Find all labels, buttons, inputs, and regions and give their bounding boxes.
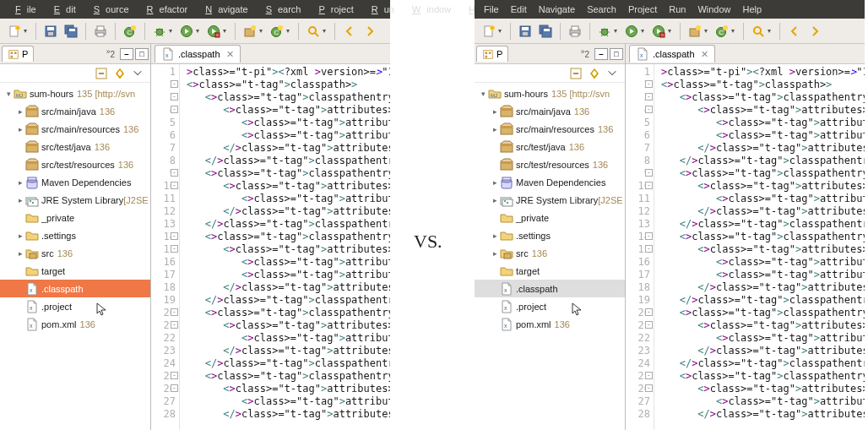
fold-toggle[interactable]: - [171,80,178,88]
tree-project[interactable]: ▾MJsum-hours 135 [http://svn [475,84,625,102]
maximize-view-button[interactable]: □ [135,48,149,60]
project-tree[interactable]: ▾MJsum-hours 135 [http://svn▸src/main/ja… [475,83,625,430]
search-button[interactable] [749,22,768,41]
fold-toggle[interactable]: - [645,182,653,189]
menu-window[interactable]: Window [400,2,457,17]
fold-toggle[interactable]: - [171,321,178,329]
fold-toggle[interactable]: - [171,372,178,379]
saveall-button[interactable] [62,22,80,41]
fold-toggle[interactable]: - [171,106,178,113]
dropdown-arrow-icon[interactable]: ▾ [731,27,738,35]
tree-item[interactable]: ▸Maven Dependencies [475,173,625,191]
new-button[interactable] [480,22,498,41]
tab-package-explorer[interactable]: P [476,46,508,62]
tree-item[interactable]: ▸x.project [0,297,150,315]
dropdown-arrow-icon[interactable]: ▾ [614,27,621,35]
save-button[interactable] [41,22,60,41]
tree-item[interactable]: ▸src/test/resources 136 [0,155,150,173]
collapse-all-button[interactable] [95,67,108,80]
debug-button[interactable] [150,22,169,41]
tree-item[interactable]: ▸target [475,262,625,280]
fold-toggle[interactable]: - [645,321,653,329]
source-code[interactable]: >class>="t-pi"><?xml >version>=>"1.0"> >… [654,64,865,430]
tabs-overflow[interactable]: »2 [103,47,118,59]
fold-toggle[interactable]: - [171,245,178,253]
new-package-button[interactable] [686,22,704,41]
menu-run[interactable]: Run [360,2,400,17]
tree-item[interactable]: ▸src 136 [0,244,150,262]
fold-toggle[interactable]: - [645,308,653,316]
view-menu-button[interactable] [606,67,620,80]
fold-toggle[interactable]: - [645,106,653,113]
save-button[interactable] [516,22,534,41]
new-class-button[interactable]: C [268,22,286,41]
tree-item[interactable]: ▸Maven Dependencies [0,173,150,191]
run-button[interactable] [177,22,196,41]
tree-item[interactable]: ▸_private [0,209,150,226]
menu-project[interactable]: Project [307,2,360,17]
editor-tab-classpath[interactable]: x.classpath✕ [155,45,241,63]
nav-forward-button[interactable] [806,22,824,41]
tree-item[interactable]: ▸.settings [475,226,625,244]
view-menu-button[interactable] [132,67,145,80]
fold-toggle[interactable]: - [645,384,653,392]
tree-item[interactable]: ▸target [0,262,150,280]
dropdown-arrow-icon[interactable]: ▾ [641,27,648,35]
menu-navigate[interactable]: Navigate [193,2,253,17]
tree-item[interactable]: ▸.settings [0,226,150,244]
menu-help[interactable]: Help [737,2,768,17]
line-gutter[interactable]: 12-3-4-56789-10-11121314-15-1617181920-2… [151,64,180,430]
nav-back-button[interactable] [340,22,359,41]
dropdown-arrow-icon[interactable]: ▾ [286,27,293,35]
tree-item[interactable]: ▸_private [475,209,625,226]
source-code[interactable]: >class>="t-pi"><?xml >version>=>"1.0"> >… [180,64,390,430]
fold-toggle[interactable]: - [171,169,178,177]
menu-project[interactable]: Project [622,2,663,17]
menu-window[interactable]: Window [692,2,736,17]
dropdown-arrow-icon[interactable]: ▾ [223,27,230,35]
tab-package-explorer[interactable]: P [2,46,34,62]
fold-toggle[interactable]: - [645,169,653,177]
menu-file[interactable]: File [478,2,505,17]
link-editor-button[interactable] [113,67,127,80]
dropdown-arrow-icon[interactable]: ▾ [169,27,176,35]
tree-item[interactable]: ▸src/test/java 136 [0,138,150,155]
menu-run[interactable]: Run [663,2,692,17]
run-button[interactable] [622,22,641,41]
dropdown-arrow-icon[interactable]: ▾ [498,27,505,35]
menu-edit[interactable]: Edit [42,2,82,17]
tree-item[interactable]: ▸JRE System Library [J2SE [0,191,150,209]
tabs-overflow[interactable]: »2 [578,47,593,59]
nav-forward-button[interactable] [361,22,379,41]
dropdown-arrow-icon[interactable]: ▾ [24,27,30,35]
fold-toggle[interactable]: - [645,80,653,88]
menu-source[interactable]: Source [82,2,135,17]
dropdown-arrow-icon[interactable]: ▾ [259,27,266,35]
fold-toggle[interactable]: - [171,232,178,240]
fold-toggle[interactable]: - [171,93,178,101]
tree-item[interactable]: ▸x.project [475,297,625,315]
new-button[interactable] [5,22,24,41]
nav-back-button[interactable] [785,22,804,41]
tree-item[interactable]: ▸src/test/java 136 [475,138,625,155]
dropdown-arrow-icon[interactable]: ▾ [323,27,329,35]
fold-toggle[interactable]: - [645,372,653,379]
tree-item[interactable]: ▸src/main/resources 136 [0,120,150,138]
debug-button[interactable] [595,22,614,41]
print-button[interactable] [91,22,110,41]
fold-toggle[interactable]: - [171,384,178,392]
fold-toggle[interactable]: - [645,232,653,240]
new-class-button[interactable]: C [713,22,731,41]
dropdown-arrow-icon[interactable]: ▾ [704,27,711,35]
tree-item[interactable]: ▸xpom.xml 136 [0,315,150,333]
tree-item[interactable]: ▸src 136 [475,244,625,262]
menu-navigate[interactable]: Navigate [533,2,581,17]
maximize-view-button[interactable]: □ [610,48,623,60]
dropdown-arrow-icon[interactable]: ▾ [768,27,774,35]
fold-toggle[interactable]: - [171,308,178,316]
tree-item[interactable]: ▸src/main/resources 136 [475,120,625,138]
menu-search[interactable]: Search [254,2,307,17]
menu-edit[interactable]: Edit [505,2,533,17]
menu-search[interactable]: Search [581,2,622,17]
menu-refactor[interactable]: Refactor [135,2,194,17]
